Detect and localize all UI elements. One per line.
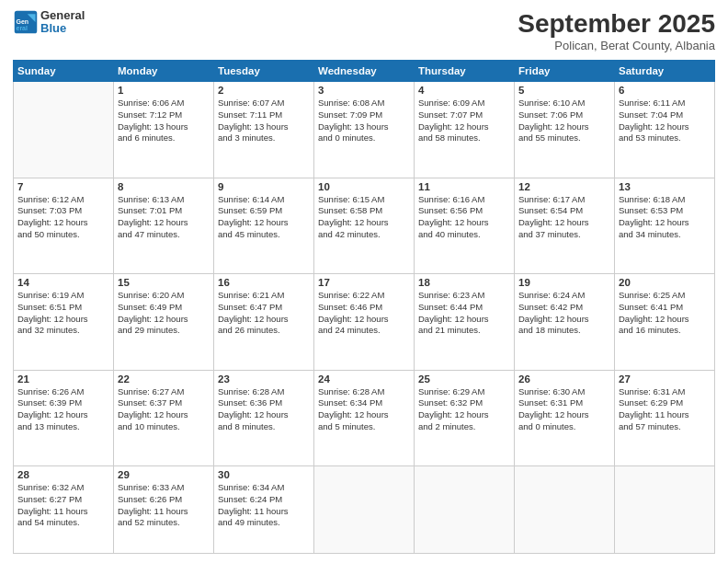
day-number: 16	[218, 277, 310, 288]
day-info: Sunrise: 6:24 AMSunset: 6:42 PMDaylight:…	[518, 290, 610, 337]
day-number: 28	[17, 469, 109, 480]
calendar-cell: 8Sunrise: 6:13 AMSunset: 7:01 PMDaylight…	[114, 178, 214, 274]
calendar-week-row: 14Sunrise: 6:19 AMSunset: 6:51 PMDayligh…	[14, 274, 715, 371]
day-info: Sunrise: 6:27 AMSunset: 6:37 PMDaylight:…	[118, 386, 210, 433]
calendar-header-row: SundayMondayTuesdayWednesdayThursdayFrid…	[14, 61, 715, 82]
day-info: Sunrise: 6:18 AMSunset: 6:53 PMDaylight:…	[619, 194, 711, 241]
calendar-cell: 25Sunrise: 6:29 AMSunset: 6:32 PMDayligh…	[415, 370, 515, 466]
calendar-cell: 22Sunrise: 6:27 AMSunset: 6:37 PMDayligh…	[114, 370, 214, 466]
day-info: Sunrise: 6:15 AMSunset: 6:58 PMDaylight:…	[318, 194, 410, 241]
day-info: Sunrise: 6:32 AMSunset: 6:27 PMDaylight:…	[17, 482, 109, 529]
subtitle: Polican, Berat County, Albania	[518, 39, 715, 52]
calendar-cell: 2Sunrise: 6:07 AMSunset: 7:11 PMDaylight…	[214, 82, 314, 178]
day-number: 19	[518, 277, 610, 288]
day-number: 22	[118, 373, 210, 385]
day-number: 9	[218, 181, 310, 192]
calendar-cell: 11Sunrise: 6:16 AMSunset: 6:56 PMDayligh…	[415, 178, 515, 274]
day-info: Sunrise: 6:14 AMSunset: 6:59 PMDaylight:…	[218, 194, 310, 241]
day-number: 12	[518, 181, 610, 192]
day-info: Sunrise: 6:16 AMSunset: 6:56 PMDaylight:…	[418, 194, 510, 241]
calendar-cell: 9Sunrise: 6:14 AMSunset: 6:59 PMDaylight…	[214, 178, 314, 274]
calendar-cell: 21Sunrise: 6:26 AMSunset: 6:39 PMDayligh…	[14, 370, 114, 466]
calendar-cell: 17Sunrise: 6:22 AMSunset: 6:46 PMDayligh…	[314, 274, 415, 371]
logo-general: General	[40, 9, 85, 22]
calendar-cell: 23Sunrise: 6:28 AMSunset: 6:36 PMDayligh…	[214, 370, 314, 466]
day-number: 7	[17, 181, 109, 192]
logo-text: General Blue	[40, 9, 85, 36]
day-info: Sunrise: 6:13 AMSunset: 7:01 PMDaylight:…	[118, 194, 210, 241]
calendar-cell: 15Sunrise: 6:20 AMSunset: 6:49 PMDayligh…	[114, 274, 214, 371]
calendar-page: Gen eral General Blue September 2025 Pol…	[0, 0, 728, 563]
day-number: 5	[518, 85, 610, 96]
day-info: Sunrise: 6:28 AMSunset: 6:34 PMDaylight:…	[318, 386, 410, 433]
calendar-cell: 3Sunrise: 6:08 AMSunset: 7:09 PMDaylight…	[314, 82, 415, 178]
day-info: Sunrise: 6:29 AMSunset: 6:32 PMDaylight:…	[418, 386, 510, 433]
day-info: Sunrise: 6:30 AMSunset: 6:31 PMDaylight:…	[518, 386, 610, 433]
day-of-week-header: Monday	[114, 61, 214, 82]
day-number: 4	[418, 85, 510, 96]
day-info: Sunrise: 6:22 AMSunset: 6:46 PMDaylight:…	[318, 290, 410, 337]
calendar-cell	[615, 466, 715, 554]
day-info: Sunrise: 6:21 AMSunset: 6:47 PMDaylight:…	[218, 290, 310, 337]
day-number: 8	[118, 181, 210, 192]
calendar-cell: 20Sunrise: 6:25 AMSunset: 6:41 PMDayligh…	[615, 274, 715, 371]
logo: Gen eral General Blue	[13, 9, 85, 36]
day-of-week-header: Thursday	[415, 61, 515, 82]
calendar-cell: 18Sunrise: 6:23 AMSunset: 6:44 PMDayligh…	[415, 274, 515, 371]
day-number: 23	[218, 373, 310, 385]
day-number: 25	[418, 373, 510, 385]
calendar-cell	[314, 466, 415, 554]
day-number: 20	[619, 277, 711, 288]
day-number: 30	[218, 469, 310, 480]
calendar-cell: 6Sunrise: 6:11 AMSunset: 7:04 PMDaylight…	[615, 82, 715, 178]
day-number: 3	[318, 85, 410, 96]
calendar-cell: 12Sunrise: 6:17 AMSunset: 6:54 PMDayligh…	[515, 178, 615, 274]
day-number: 17	[318, 277, 410, 288]
calendar-table: SundayMondayTuesdayWednesdayThursdayFrid…	[13, 60, 715, 554]
day-number: 11	[418, 181, 510, 192]
calendar-cell: 10Sunrise: 6:15 AMSunset: 6:58 PMDayligh…	[314, 178, 415, 274]
calendar-cell	[415, 466, 515, 554]
month-title: September 2025	[518, 9, 715, 39]
logo-icon: Gen eral	[13, 9, 39, 35]
calendar-cell: 24Sunrise: 6:28 AMSunset: 6:34 PMDayligh…	[314, 370, 415, 466]
calendar-cell: 29Sunrise: 6:33 AMSunset: 6:26 PMDayligh…	[114, 466, 214, 554]
day-number: 2	[218, 85, 310, 96]
day-info: Sunrise: 6:17 AMSunset: 6:54 PMDaylight:…	[518, 194, 610, 241]
day-info: Sunrise: 6:31 AMSunset: 6:29 PMDaylight:…	[619, 386, 711, 433]
calendar-cell	[14, 82, 114, 178]
calendar-cell: 14Sunrise: 6:19 AMSunset: 6:51 PMDayligh…	[14, 274, 114, 371]
day-info: Sunrise: 6:19 AMSunset: 6:51 PMDaylight:…	[17, 290, 109, 337]
calendar-week-row: 1Sunrise: 6:06 AMSunset: 7:12 PMDaylight…	[14, 82, 715, 178]
day-number: 21	[17, 373, 109, 385]
day-info: Sunrise: 6:20 AMSunset: 6:49 PMDaylight:…	[118, 290, 210, 337]
calendar-week-row: 21Sunrise: 6:26 AMSunset: 6:39 PMDayligh…	[14, 370, 715, 466]
day-number: 24	[318, 373, 410, 385]
day-number: 27	[619, 373, 711, 385]
calendar-cell: 28Sunrise: 6:32 AMSunset: 6:27 PMDayligh…	[14, 466, 114, 554]
logo-blue: Blue	[40, 22, 85, 35]
day-number: 13	[619, 181, 711, 192]
header: Gen eral General Blue September 2025 Pol…	[13, 9, 715, 52]
day-number: 15	[118, 277, 210, 288]
day-info: Sunrise: 6:26 AMSunset: 6:39 PMDaylight:…	[17, 386, 109, 433]
calendar-cell: 1Sunrise: 6:06 AMSunset: 7:12 PMDaylight…	[114, 82, 214, 178]
day-info: Sunrise: 6:34 AMSunset: 6:24 PMDaylight:…	[218, 482, 310, 529]
calendar-cell: 16Sunrise: 6:21 AMSunset: 6:47 PMDayligh…	[214, 274, 314, 371]
day-info: Sunrise: 6:25 AMSunset: 6:41 PMDaylight:…	[619, 290, 711, 337]
day-info: Sunrise: 6:09 AMSunset: 7:07 PMDaylight:…	[418, 98, 510, 144]
day-info: Sunrise: 6:11 AMSunset: 7:04 PMDaylight:…	[619, 98, 711, 144]
svg-text:Gen: Gen	[17, 18, 29, 25]
day-number: 29	[118, 469, 210, 480]
day-number: 6	[619, 85, 711, 96]
day-info: Sunrise: 6:07 AMSunset: 7:11 PMDaylight:…	[218, 98, 310, 144]
day-number: 14	[17, 277, 109, 288]
day-number: 26	[518, 373, 610, 385]
day-of-week-header: Sunday	[14, 61, 114, 82]
day-info: Sunrise: 6:08 AMSunset: 7:09 PMDaylight:…	[318, 98, 410, 144]
day-of-week-header: Friday	[515, 61, 615, 82]
calendar-cell: 13Sunrise: 6:18 AMSunset: 6:53 PMDayligh…	[615, 178, 715, 274]
day-info: Sunrise: 6:12 AMSunset: 7:03 PMDaylight:…	[17, 194, 109, 241]
day-info: Sunrise: 6:23 AMSunset: 6:44 PMDaylight:…	[418, 290, 510, 337]
day-info: Sunrise: 6:06 AMSunset: 7:12 PMDaylight:…	[118, 98, 210, 144]
